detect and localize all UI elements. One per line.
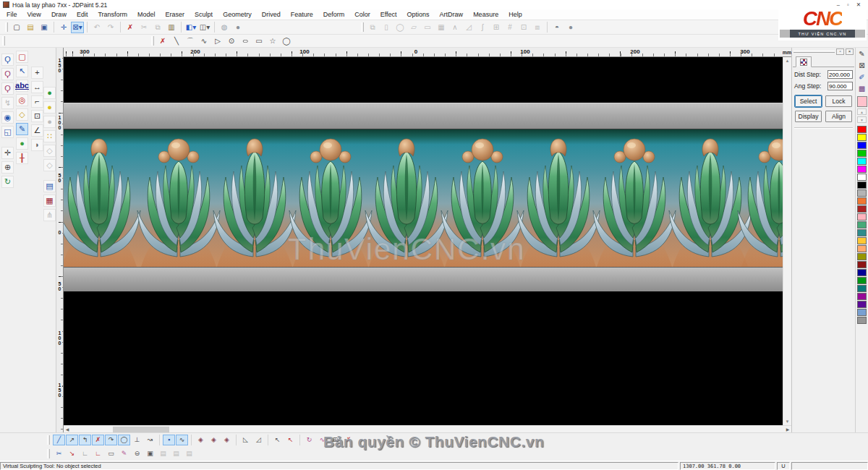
move-origin[interactable]: ✛ (57, 22, 70, 33)
color-swatch[interactable] (857, 166, 867, 173)
color-swatch[interactable] (857, 237, 867, 244)
color-swatch[interactable] (857, 197, 867, 205)
marquee-select-tool[interactable]: ▢ (16, 51, 28, 63)
text-tool[interactable]: abc (16, 80, 28, 92)
fill-brush-tool[interactable]: ✐ (856, 72, 868, 83)
toolbar-grip[interactable] (2, 36, 5, 46)
curve-tool[interactable]: ∿ (197, 35, 210, 47)
select-box[interactable]: ⊠▾ (71, 22, 84, 33)
menu-transform[interactable]: Transform (93, 10, 132, 19)
color-swatch[interactable] (857, 269, 867, 276)
color-swatch[interactable] (857, 229, 867, 236)
restore-button[interactable]: ▫ (847, 1, 849, 8)
mirror-diag-2[interactable]: ◈ (208, 435, 220, 445)
menu-file[interactable]: File (1, 10, 22, 19)
align-button[interactable]: Align (825, 111, 852, 122)
line-tool[interactable]: ╲ (170, 35, 183, 47)
paste[interactable]: ▥ (165, 22, 178, 33)
menu-view[interactable]: View (22, 10, 46, 19)
zoom-in-tool[interactable]: Ϙ (1, 68, 14, 80)
select-button[interactable]: Select (795, 95, 822, 107)
shade-mode[interactable]: ◧▾ (184, 22, 197, 33)
pick-delete[interactable]: ↖ (284, 435, 297, 445)
color-swatch[interactable] (857, 309, 867, 316)
horizontal-scrollbar[interactable]: ◀ ▶ (64, 425, 791, 432)
current-color-swatch[interactable] (857, 96, 867, 107)
zoom-region-tool[interactable]: Ϙ (1, 54, 14, 66)
scroll-up-arrow[interactable]: ▲ (786, 57, 790, 64)
record-region-tool[interactable]: ◎ (16, 94, 28, 106)
mirror-diag-3[interactable]: ◈ (221, 435, 233, 445)
color-swatch[interactable] (857, 150, 867, 157)
dome-full[interactable]: ● (564, 22, 577, 33)
palette-scroll-down[interactable]: ▼ (857, 116, 867, 123)
close-button[interactable]: ✕ (856, 1, 861, 8)
arc-tool[interactable]: ⌒ (184, 35, 197, 47)
panel-close-button[interactable]: × (846, 48, 854, 55)
toolbar-grip[interactable] (47, 435, 50, 445)
pan-view-tool[interactable]: ✛ (1, 147, 14, 159)
open-file[interactable]: ▤ (24, 22, 37, 33)
color-swatch[interactable] (857, 245, 867, 252)
pick-clear[interactable]: ↖ (271, 435, 284, 445)
node-edit-tool[interactable]: ↖ (16, 65, 28, 77)
color-swatch[interactable] (857, 317, 867, 324)
point-tool[interactable]: ✗ (156, 35, 169, 47)
measure-angle-tool[interactable]: ∠ (31, 124, 43, 137)
color-swatch[interactable] (857, 134, 867, 141)
menu-draw[interactable]: Draw (46, 10, 72, 19)
color-swatch[interactable] (857, 142, 867, 149)
circle-tool[interactable]: ◯ (280, 35, 293, 47)
menu-model[interactable]: Model (132, 10, 161, 19)
bounding-box-tool[interactable]: ⊡ (31, 110, 43, 122)
sculpt-circle[interactable]: ◯ (118, 435, 130, 445)
region-color-tool[interactable]: ⊠ (856, 60, 868, 72)
color-swatch[interactable] (857, 189, 867, 197)
offset-curve[interactable]: ✎ (118, 448, 130, 459)
mirror-diag-1[interactable]: ◈ (195, 435, 207, 445)
palette-scroll-up[interactable]: ▲ (857, 108, 867, 115)
color-swatch[interactable] (857, 205, 867, 213)
menu-options[interactable]: Options (402, 10, 435, 19)
toolbar-grip[interactable] (47, 449, 50, 458)
toolbar-grip[interactable] (151, 36, 154, 46)
panel-grip[interactable]: ▫ × (792, 48, 855, 54)
polygon-tool[interactable]: ▷ (211, 35, 224, 47)
dome-half[interactable]: ◓ (550, 22, 563, 33)
light-green-toggle[interactable]: ● (43, 87, 56, 99)
sculpt-arc[interactable]: ↷ (105, 435, 117, 445)
menu-deform[interactable]: Deform (318, 10, 350, 19)
menu-help[interactable]: Help (503, 10, 527, 19)
extend-tool[interactable]: ↘ (66, 448, 78, 459)
toolbar-grip[interactable] (361, 22, 364, 32)
color-swatch[interactable] (857, 277, 867, 284)
scroll-thumb[interactable] (113, 427, 169, 432)
sculpt-tangent[interactable]: ↝ (144, 435, 156, 445)
panel-minimize-button[interactable]: ▫ (836, 48, 844, 55)
color-swatch[interactable] (857, 181, 867, 189)
image-trace[interactable]: ▣ (144, 448, 156, 459)
menu-color[interactable]: Color (349, 10, 375, 19)
color-swatch[interactable] (857, 158, 867, 165)
menu-geometry[interactable]: Geometry (218, 10, 257, 19)
fillet-red[interactable]: ∟ (92, 448, 104, 459)
menu-drived[interactable]: Drived (257, 10, 286, 19)
dome-preview-tool[interactable]: ◗ (31, 139, 43, 151)
menu-feature[interactable]: Feature (286, 10, 318, 19)
display-button[interactable]: Display (795, 111, 822, 122)
point-cluster-toggle[interactable]: ∷ (43, 130, 56, 142)
refresh-view-tool[interactable]: ↻ (1, 176, 14, 188)
sculpt-corner[interactable]: ↰ (79, 435, 91, 445)
menu-effect[interactable]: Effect (375, 10, 402, 19)
color-swatch[interactable] (857, 221, 867, 228)
menu-sculpt[interactable]: Sculpt (190, 10, 218, 19)
relief-ghost-dark[interactable]: ● (231, 22, 244, 33)
rotate-stroke[interactable]: ↻ (303, 435, 315, 445)
ang-step-input[interactable] (827, 82, 853, 90)
pen-color-tool[interactable]: ✎ (856, 48, 868, 60)
pattern-fill-tool[interactable]: ▩ (856, 83, 868, 95)
color-swatch[interactable] (857, 126, 867, 133)
color-swatch[interactable] (857, 174, 867, 181)
toolbar-grip[interactable] (5, 22, 8, 32)
new-file[interactable]: ▢ (10, 22, 23, 33)
